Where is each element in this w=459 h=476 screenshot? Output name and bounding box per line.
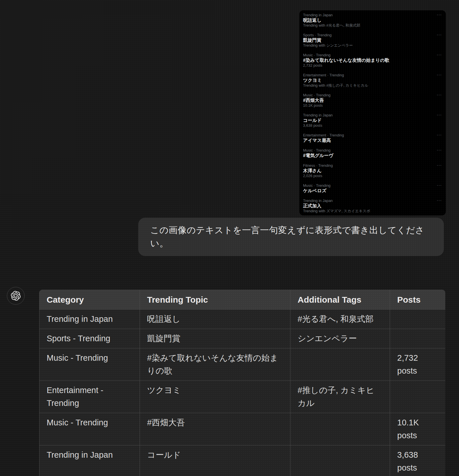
more-options-icon: ··· xyxy=(437,163,442,167)
more-options-icon: ··· xyxy=(437,183,442,187)
cell-category: Sports - Trending xyxy=(39,329,140,348)
trend-subtext: Trending with #光る君へ, 和泉式部 xyxy=(303,23,441,28)
user-message-bubble: この画像のテキストを一言一句変えずに表形式で書き出してください。 xyxy=(138,218,444,256)
trend-item: Music · Trending #電気グルーヴ ··· xyxy=(303,148,441,158)
cell-category: Music - Trending xyxy=(39,348,140,381)
cell-posts xyxy=(390,329,446,348)
more-options-icon: ··· xyxy=(437,92,442,97)
trend-subtext: 2,732 posts xyxy=(303,63,441,68)
more-options-icon: ··· xyxy=(437,52,442,57)
cell-tags xyxy=(290,445,390,476)
trend-title: 木澤さん xyxy=(303,168,441,173)
more-options-icon: ··· xyxy=(437,132,442,137)
cell-tags xyxy=(290,348,390,381)
trend-category: Entertainment · Trending xyxy=(303,73,441,78)
trend-subtext: 10.1K posts xyxy=(303,103,441,108)
cell-topic: #西畑大吾 xyxy=(140,413,290,445)
cell-topic: コールド xyxy=(140,445,290,476)
table-row: Trending in Japan コールド 3,638 posts xyxy=(39,445,446,476)
table-row: Music - Trending #西畑大吾 10.1K posts xyxy=(39,413,446,445)
trend-category: Music · Trending xyxy=(303,53,441,57)
trend-category: Trending in Japan xyxy=(303,198,441,203)
assistant-response-table: Category Trending Topic Additional Tags … xyxy=(39,290,445,476)
trend-subtext: Trending with #推しの子, カミキヒカル xyxy=(303,83,441,88)
cell-tags: #推しの子, カミキヒカル xyxy=(290,381,390,413)
trend-title: ケルベロズ xyxy=(303,188,441,193)
trend-category: Fitness · Trending xyxy=(303,163,441,168)
cell-posts: 2,732 posts xyxy=(390,348,446,381)
trend-item: Music · Trending #染みて取れないそんな友情の始まりの歌 2,7… xyxy=(303,53,441,68)
openai-logo-icon xyxy=(11,291,21,301)
cell-topic: ツクヨミ xyxy=(140,381,290,413)
cell-posts: 10.1K posts xyxy=(390,413,446,445)
trend-category: Music · Trending xyxy=(303,183,441,188)
cell-category: Entertainment - Trending xyxy=(39,381,140,413)
trend-item: Music · Trending #西畑大吾 10.1K posts ··· xyxy=(303,93,441,108)
user-message-text: この画像のテキストを一言一句変えずに表形式で書き出してください。 xyxy=(150,225,424,248)
cell-tags: #光る君へ, 和泉式部 xyxy=(290,310,390,329)
cell-tags: シンエンペラー xyxy=(290,329,390,348)
trend-title: #電気グルーヴ xyxy=(303,153,441,158)
trend-item: Trending in Japan 正式加入 Trending with ズマズ… xyxy=(303,198,441,213)
cell-topic: #染みて取れないそんな友情の始まりの歌 xyxy=(140,348,290,381)
trend-subtext: Trending with ズマズマ, スカイエキスポ xyxy=(303,209,441,213)
cell-topic: 凱旋門賞 xyxy=(140,329,290,348)
trend-category: Sports · Trending xyxy=(303,33,441,37)
table-row: Sports - Trending 凱旋門賞 シンエンペラー xyxy=(39,329,446,348)
table-row: Trending in Japan 呪詛返し #光る君へ, 和泉式部 xyxy=(39,310,446,329)
trend-item: Entertainment · Trending アイマス最高 ··· xyxy=(303,133,441,143)
table-header-row: Category Trending Topic Additional Tags … xyxy=(39,290,446,310)
trend-title: コールド xyxy=(303,118,441,123)
trend-subtext: 2,026 posts xyxy=(303,173,441,178)
trend-title: #西畑大吾 xyxy=(303,98,441,103)
table-row: Entertainment - Trending ツクヨミ #推しの子, カミキ… xyxy=(39,381,446,413)
column-header-category: Category xyxy=(39,290,140,310)
cell-category: Music - Trending xyxy=(39,413,140,445)
column-header-additional-tags: Additional Tags xyxy=(290,290,390,310)
trend-subtext: 3,638 posts xyxy=(303,123,441,128)
cell-posts xyxy=(390,310,446,329)
cell-category: Trending in Japan xyxy=(39,445,140,476)
trend-category: Music · Trending xyxy=(303,148,441,153)
trend-category: Trending in Japan xyxy=(303,13,441,17)
trend-category: Trending in Japan xyxy=(303,113,441,118)
trend-item: Music · Trending ケルベロズ ··· xyxy=(303,183,441,193)
trend-item: Entertainment · Trending ツクヨミ Trending w… xyxy=(303,73,441,88)
trend-title: ツクヨミ xyxy=(303,78,441,83)
trend-title: アイマス最高 xyxy=(303,138,441,143)
trend-item: Fitness · Trending 木澤さん 2,026 posts ··· xyxy=(303,163,441,178)
cell-tags xyxy=(290,413,390,445)
uploaded-image-trend-list[interactable]: Trending in Japan 呪詛返し Trending with #光る… xyxy=(299,10,446,215)
trend-category: Music · Trending xyxy=(303,93,441,98)
trend-item: Trending in Japan 呪詛返し Trending with #光る… xyxy=(303,13,441,28)
trend-title: #染みて取れないそんな友情の始まりの歌 xyxy=(303,57,441,63)
cell-topic: 呪詛返し xyxy=(140,310,290,329)
column-header-trending-topic: Trending Topic xyxy=(140,290,290,310)
more-options-icon: ··· xyxy=(437,72,442,77)
column-header-posts: Posts xyxy=(390,290,446,310)
trend-subtext: Trending with シンエンペラー xyxy=(303,43,441,48)
trend-item: Sports · Trending 凱旋門賞 Trending with シンエ… xyxy=(303,33,441,48)
cell-category: Trending in Japan xyxy=(39,310,140,329)
cell-posts xyxy=(390,381,446,413)
more-options-icon: ··· xyxy=(437,198,442,202)
trend-title: 呪詛返し xyxy=(303,17,441,23)
cell-posts: 3,638 posts xyxy=(390,445,446,476)
more-options-icon: ··· xyxy=(437,112,442,117)
trend-title: 凱旋門賞 xyxy=(303,37,441,43)
more-options-icon: ··· xyxy=(437,32,442,37)
more-options-icon: ··· xyxy=(437,12,442,17)
trend-category: Entertainment · Trending xyxy=(303,133,441,138)
table-row: Music - Trending #染みて取れないそんな友情の始まりの歌 2,7… xyxy=(39,348,446,381)
trend-title: 正式加入 xyxy=(303,203,441,209)
assistant-avatar xyxy=(7,287,25,305)
more-options-icon: ··· xyxy=(437,148,442,152)
trend-item: Trending in Japan コールド 3,638 posts ··· xyxy=(303,113,441,128)
